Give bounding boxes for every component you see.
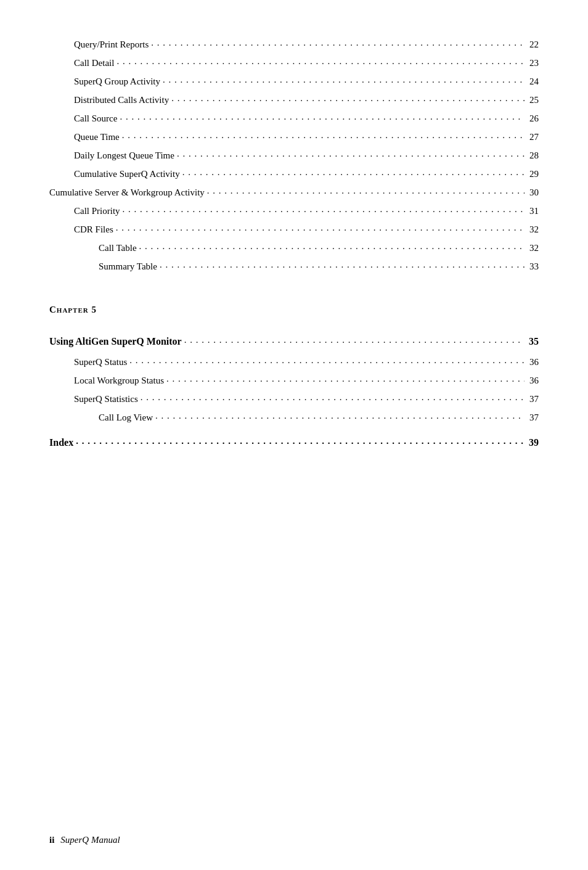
chapter5-main-section: Using AltiGen SuperQ Monitor35SuperQ Sta…: [49, 334, 539, 425]
toc-entry-dots: [116, 220, 525, 235]
toc-entry-label: Cumulative SuperQ Activity: [74, 166, 180, 181]
toc-entry: Call Log View37: [49, 410, 539, 425]
toc-entry-page: 25: [529, 92, 539, 107]
toc-entry-page: 32: [529, 240, 539, 255]
toc-entry-dots: [141, 390, 525, 404]
toc-entry: Query/Print Reports22: [49, 37, 539, 52]
toc-entry: Cumulative Server & Workgroup Activity30: [49, 185, 539, 200]
toc-entry-dots: [155, 408, 525, 423]
footer-title: SuperQ Manual: [60, 835, 120, 845]
toc-entry: SuperQ Statistics37: [49, 392, 539, 406]
toc-entry: Local Workgroup Status36: [49, 373, 539, 388]
toc-entry-label: Query/Print Reports: [74, 37, 149, 52]
toc-entry-dots: [120, 109, 525, 124]
toc-entry-page: 37: [529, 410, 539, 425]
toc-entry-label: Queue Time: [74, 129, 120, 144]
toc-entry: Daily Longest Queue Time28: [49, 148, 539, 163]
toc-entry: SuperQ Group Activity24: [49, 74, 539, 89]
chapter5-main-dots: [184, 332, 524, 347]
toc-entry: Cumulative SuperQ Activity29: [49, 166, 539, 181]
toc-entry-label: SuperQ Group Activity: [74, 74, 160, 89]
toc-entry-label: SuperQ Status: [74, 355, 127, 369]
toc-entry: SuperQ Status36: [49, 355, 539, 369]
chapter5-main-entry: Using AltiGen SuperQ Monitor35: [49, 334, 539, 350]
toc-entry-page: 28: [529, 148, 539, 163]
index-dots: [76, 433, 524, 448]
toc-entry-dots: [171, 91, 525, 105]
toc-entry: Queue Time27: [49, 129, 539, 144]
toc-entry-label: SuperQ Statistics: [74, 392, 138, 406]
toc-entry-page: 31: [529, 203, 539, 218]
toc-entry-page: 37: [529, 392, 539, 406]
toc-entry-label: Distributed Calls Activity: [74, 92, 169, 107]
toc-entry-page: 36: [529, 373, 539, 388]
toc-entry-label: CDR Files: [74, 222, 113, 237]
index-label: Index: [49, 435, 73, 451]
toc-entry-label: Call Source: [74, 111, 117, 126]
toc-entry-page: 30: [529, 185, 539, 200]
toc-entry: Call Source26: [49, 111, 539, 126]
toc-entry-label: Call Log View: [99, 410, 153, 425]
toc-entry-dots: [139, 239, 525, 253]
toc-entry-dots: [166, 371, 525, 386]
chapter5-main-page: 35: [529, 334, 539, 350]
toc-entry-label: Local Workgroup Status: [74, 373, 164, 388]
toc-entry-page: 26: [529, 111, 539, 126]
toc-entry-page: 36: [529, 355, 539, 369]
toc-entry-dots: [182, 165, 525, 179]
toc-entry-label: Daily Longest Queue Time: [74, 148, 174, 163]
toc-entry-dots: [160, 257, 525, 272]
toc-entry-page: 33: [529, 259, 539, 274]
index-page: 39: [529, 435, 539, 451]
toc-entry-page: 23: [529, 55, 539, 70]
toc-entry-dots: [177, 146, 525, 161]
toc-entry-dots: [207, 183, 525, 198]
footer: ii SuperQ Manual: [49, 835, 120, 845]
toc-entry: CDR Files32: [49, 222, 539, 237]
toc-entry-label: Cumulative Server & Workgroup Activity: [49, 185, 205, 200]
toc-entry-page: 24: [529, 74, 539, 89]
toc-entry-page: 27: [529, 129, 539, 144]
toc-entry-label: Call Detail: [74, 55, 114, 70]
toc-entry: Call Table32: [49, 240, 539, 255]
toc-section: Query/Print Reports22Call Detail23SuperQ…: [49, 37, 539, 274]
toc-entry-page: 29: [529, 166, 539, 181]
toc-entry-label: Summary Table: [99, 259, 157, 274]
toc-entry-page: 22: [529, 37, 539, 52]
toc-entry-dots: [123, 202, 525, 216]
toc-entry-label: Call Table: [99, 240, 137, 255]
toc-entry-dots: [151, 35, 525, 50]
chapter5-heading: Chapter 5: [49, 305, 539, 315]
toc-entry: Summary Table33: [49, 259, 539, 274]
index-entry: Index39: [49, 435, 539, 451]
toc-entry-label: Call Priority: [74, 203, 120, 218]
page: Query/Print Reports22Call Detail23SuperQ…: [0, 0, 588, 870]
chapter5-main-label: Using AltiGen SuperQ Monitor: [49, 334, 182, 350]
toc-entry-dots: [122, 128, 525, 142]
index-section: Index39: [49, 435, 539, 451]
chapter5-title: Chapter 5: [49, 305, 97, 314]
toc-entry-page: 32: [529, 222, 539, 237]
footer-page-number: ii: [49, 835, 54, 845]
toc-entry: Call Priority31: [49, 203, 539, 218]
toc-entry: Distributed Calls Activity25: [49, 92, 539, 107]
toc-entry-dots: [116, 54, 525, 68]
toc-entry-dots: [163, 72, 525, 87]
toc-entry: Call Detail23: [49, 55, 539, 70]
toc-entry-dots: [129, 353, 525, 367]
